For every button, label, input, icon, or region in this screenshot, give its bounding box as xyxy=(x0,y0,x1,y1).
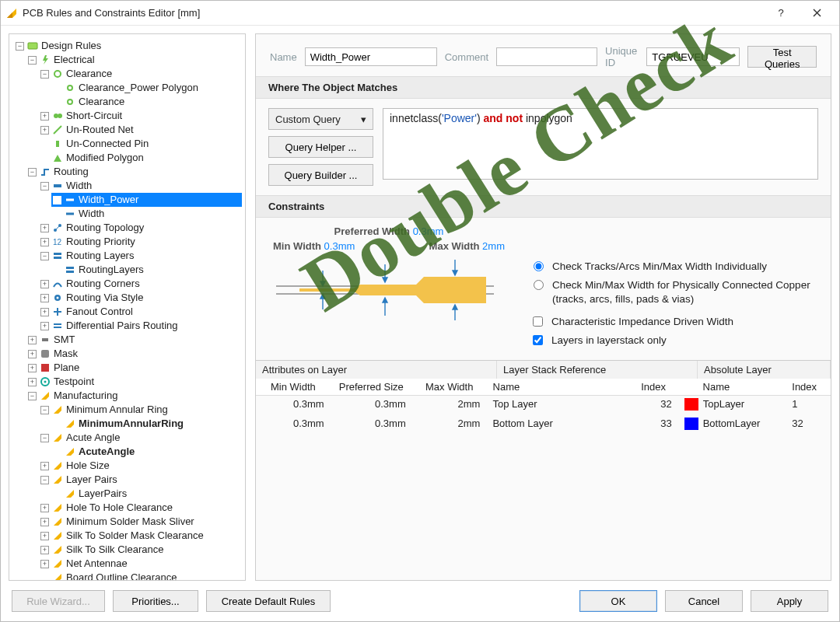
tree-root[interactable]: −Design Rules xyxy=(14,39,242,53)
tree-acute[interactable]: −Acute Angle xyxy=(39,431,242,445)
tree-item[interactable]: LayerPairs xyxy=(51,487,242,501)
svg-marker-39 xyxy=(66,448,74,456)
svg-rect-4 xyxy=(28,43,37,49)
tree-item[interactable]: +Hole To Hole Clearance xyxy=(39,501,242,515)
titlebar: PCB Rules and Constraints Editor [mm] ? xyxy=(1,1,839,26)
tree-item[interactable]: Width xyxy=(51,207,242,221)
svg-marker-45 xyxy=(54,532,61,540)
tree-item[interactable]: Board Outline Clearance xyxy=(39,571,242,581)
help-button[interactable]: ? xyxy=(763,1,799,26)
tree-item[interactable]: +Routing Via Style xyxy=(39,291,242,305)
tree-item[interactable]: +Un-Routed Net xyxy=(39,123,242,137)
tree-item[interactable]: +Hole Size xyxy=(39,459,242,473)
tree-item[interactable]: MinimumAnnularRing xyxy=(51,417,242,431)
tree-mask[interactable]: +Mask xyxy=(26,347,242,361)
svg-marker-62 xyxy=(453,305,457,309)
svg-rect-20 xyxy=(54,253,61,255)
rule-editor-panel: Name Comment Unique ID Test Queries Wher… xyxy=(255,33,831,581)
tree-routing[interactable]: −Routing xyxy=(26,165,242,179)
tree-item[interactable]: +Routing Topology xyxy=(39,221,242,235)
svg-point-6 xyxy=(68,86,72,90)
tree-annular[interactable]: −Minimum Annular Ring xyxy=(39,403,242,417)
svg-rect-31 xyxy=(41,350,49,358)
tree-item[interactable]: +12Routing Priority xyxy=(39,235,242,249)
tree-item[interactable]: RoutingLayers xyxy=(51,263,242,277)
layerstack-checkbox[interactable] xyxy=(533,335,543,345)
tree-electrical[interactable]: −Electrical xyxy=(26,53,242,67)
tree-item[interactable]: AcuteAngle xyxy=(51,445,242,459)
svg-marker-1 xyxy=(7,12,12,18)
create-defaults-button[interactable]: Create Default Rules xyxy=(206,590,331,612)
impedance-checkbox[interactable] xyxy=(533,316,543,327)
tree-item[interactable]: +Routing Corners xyxy=(39,277,242,291)
tree-item[interactable]: Clearance_Power Polygon xyxy=(51,81,242,95)
test-queries-button[interactable]: Test Queries xyxy=(747,46,817,68)
svg-rect-21 xyxy=(54,257,61,259)
svg-marker-56 xyxy=(383,278,387,282)
svg-marker-60 xyxy=(453,271,457,275)
svg-rect-22 xyxy=(66,267,74,269)
svg-marker-58 xyxy=(383,298,387,302)
layer-width-grid[interactable]: Attributes on Layer Layer Stack Referenc… xyxy=(256,360,831,435)
tree-item[interactable]: +Short-Circuit xyxy=(39,109,242,123)
tree-width-power[interactable]: Width_Power xyxy=(51,193,242,207)
tree-plane[interactable]: +Plane xyxy=(26,361,242,375)
apply-button[interactable]: Apply xyxy=(751,590,828,612)
close-button[interactable] xyxy=(799,1,835,26)
chevron-down-icon: ▾ xyxy=(361,114,366,125)
tree-testpoint[interactable]: +Testpoint xyxy=(26,375,242,389)
tree-layerpairs[interactable]: −Layer Pairs xyxy=(39,473,242,487)
svg-point-34 xyxy=(44,381,47,383)
cancel-button[interactable]: Cancel xyxy=(665,590,743,612)
name-input[interactable] xyxy=(305,47,437,66)
comment-label: Comment xyxy=(445,51,488,63)
opt-individual-radio[interactable] xyxy=(534,261,544,271)
match-mode-dropdown[interactable]: Custom Query ▾ xyxy=(268,108,373,130)
uid-input[interactable] xyxy=(646,47,740,66)
table-row[interactable]: 0.3mm0.3mm2mm Bottom Layer33 BottomLayer… xyxy=(256,415,831,435)
window-title: PCB Rules and Constraints Editor [mm] xyxy=(23,7,763,19)
tree-routing-layers[interactable]: −Routing Layers xyxy=(39,249,242,263)
svg-marker-43 xyxy=(54,504,61,512)
tree-smt[interactable]: +SMT xyxy=(26,333,242,347)
svg-marker-46 xyxy=(54,546,61,554)
svg-marker-37 xyxy=(66,420,74,428)
tree-mfg[interactable]: −Manufacturing xyxy=(26,389,242,403)
tree-item[interactable]: +Silk To Silk Clearance xyxy=(39,543,242,557)
tree-width-group[interactable]: −Width xyxy=(39,179,242,193)
svg-rect-11 xyxy=(56,141,59,147)
rules-tree[interactable]: −Design Rules −Electrical −Clearance Cle… xyxy=(9,33,246,581)
name-label: Name xyxy=(270,51,297,63)
query-builder-button[interactable]: Query Builder ... xyxy=(268,164,373,186)
grid-group-abs: Absolute Layer xyxy=(698,361,831,379)
tree-item[interactable]: Modified Polygon xyxy=(39,151,242,165)
tree-item[interactable]: +Minimum Solder Mask Sliver xyxy=(39,515,242,529)
tree-item[interactable]: +Net Antennae xyxy=(39,557,242,571)
rule-wizard-button[interactable]: Rule Wizard... xyxy=(12,590,105,612)
ok-button[interactable]: OK xyxy=(579,590,657,612)
dialog-footer: Rule Wizard... Priorities... Create Defa… xyxy=(1,581,839,621)
svg-text:12: 12 xyxy=(53,238,62,246)
tree-item[interactable]: +Silk To Solder Mask Clearance xyxy=(39,529,242,543)
priorities-button[interactable]: Priorities... xyxy=(113,590,198,612)
uid-label: Unique ID xyxy=(605,45,639,68)
tree-item[interactable]: +Differential Pairs Routing xyxy=(39,319,242,333)
svg-point-7 xyxy=(68,100,72,104)
comment-input[interactable] xyxy=(496,47,597,66)
svg-rect-30 xyxy=(42,338,48,341)
query-textbox[interactable]: innetclass('Power') and not inpolygon xyxy=(383,108,818,180)
tree-clearance-group[interactable]: −Clearance xyxy=(39,67,242,81)
tree-item[interactable]: Un-Connected Pin xyxy=(39,137,242,151)
tree-item[interactable]: Clearance xyxy=(51,95,242,109)
query-helper-button[interactable]: Query Helper ... xyxy=(268,136,373,158)
table-row[interactable]: 0.3mm0.3mm2mm Top Layer32 TopLayer1 xyxy=(256,396,831,415)
opt-connected-radio[interactable] xyxy=(534,280,544,290)
svg-rect-23 xyxy=(66,271,74,273)
match-header: Where The Object Matches xyxy=(256,76,831,99)
svg-marker-36 xyxy=(54,406,61,414)
svg-marker-41 xyxy=(54,476,61,484)
tree-item[interactable]: +Fanout Control xyxy=(39,305,242,319)
svg-marker-12 xyxy=(54,155,61,162)
svg-marker-38 xyxy=(54,434,61,442)
svg-marker-40 xyxy=(54,462,61,470)
